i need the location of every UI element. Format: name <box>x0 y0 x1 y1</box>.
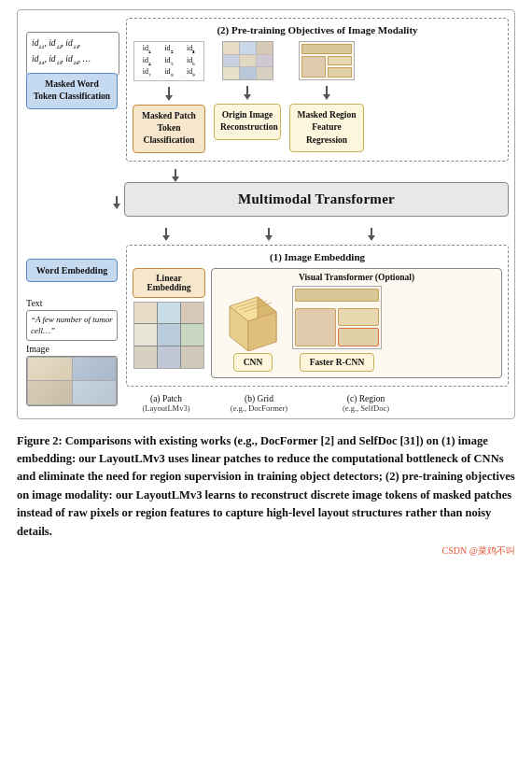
pretrain-row: id₁ id₂ id₃ id₄ id₅ id₆ id₇ id₈ id₉ <box>133 41 502 153</box>
text-label: Text <box>26 298 118 308</box>
transformer-bar: Multimodal Transformer <box>124 182 509 217</box>
masked-region-box: Masked RegionFeature Regression <box>289 104 364 152</box>
diagram: (2) Pre-training Objectives of Image Mod… <box>17 9 515 419</box>
page: (2) Pre-training Objectives of Image Mod… <box>0 0 532 572</box>
faster-rcnn-sub: Faster R-CNN <box>292 286 382 372</box>
caption-a-label: (a) Patch <box>150 394 182 403</box>
arrows-pretrain-to-transformer <box>124 169 509 182</box>
masked-patch-box: Masked PatchToken Classification <box>133 105 205 153</box>
masked-word-box: Masked WordToken Classification <box>26 73 118 109</box>
caption-text: Figure 2: Comparisons with existing work… <box>17 434 515 538</box>
source-image <box>26 356 118 406</box>
caption-b-label: (b) Grid <box>245 394 273 403</box>
vt-title: Visual Transformer (Optional) <box>217 273 496 282</box>
image-embed-title: (1) Image Embedding <box>133 251 502 262</box>
embed-row: Linear Embedding Visual Transformer (Opt… <box>133 268 502 378</box>
masked-region-item: Masked RegionFeature Regression <box>289 41 364 152</box>
masked-patch-item: id₁ id₂ id₃ id₄ id₅ id₆ id₇ id₈ id₉ <box>133 41 205 153</box>
arrows-transformer-to-embed <box>124 228 509 241</box>
linear-embed-box: Linear Embedding <box>133 268 205 298</box>
masked-word-label: Masked WordToken Classification <box>34 79 110 101</box>
cube-svg <box>220 288 286 351</box>
origin-image-item: Origin ImageReconstruction <box>214 41 281 140</box>
image-embedding-box: (1) Image Embedding Word Embedding Text … <box>126 245 509 387</box>
pretrain-title: (2) Pre-training Objectives of Image Mod… <box>133 24 502 35</box>
linear-embed-item: Linear Embedding <box>133 268 205 369</box>
word-embed-box: Word Embedding <box>26 259 118 282</box>
patch-grid <box>133 302 204 369</box>
id-tokens-text: id₁₁, id₁₂, id₁₃, id₁₄, id₁₅, id₁₆, … <box>32 36 114 68</box>
caption-b: (b) Grid (e.g., DocFormer) <box>210 394 308 413</box>
faster-rcnn-label: Faster R-CNN <box>300 353 375 372</box>
cnn-sub: CNN <box>217 286 288 372</box>
text-content: “A few number of tumor cell…” <box>26 310 118 341</box>
text-image-source: Text “A few number of tumor cell…” Image <box>26 298 118 406</box>
visual-transformer-box: Visual Transformer (Optional) <box>211 268 502 378</box>
watermark: CSDN @菜鸡不叫 <box>17 544 515 558</box>
transformer-row: Multimodal Transformer <box>23 182 509 224</box>
origin-image-box: Origin ImageReconstruction <box>214 104 281 140</box>
caption-row: (a) Patch (LayoutLMv3) (b) Grid (e.g., D… <box>124 394 509 413</box>
image-label: Image <box>26 344 118 354</box>
cnn-cube <box>217 286 288 353</box>
cnn-label: CNN <box>233 353 273 372</box>
caption-c-sub: (e.g., SelfDoc) <box>343 403 389 413</box>
faster-rcnn-doc <box>292 286 382 349</box>
caption-c-label: (c) Region <box>347 394 385 403</box>
figure-caption: Figure 2: Comparisons with existing work… <box>17 432 515 541</box>
caption-a: (a) Patch (LayoutLMv3) <box>124 394 208 413</box>
caption-a-sub: (LayoutLMv3) <box>143 403 190 413</box>
caption-c: (c) Region (e.g., SelfDoc) <box>310 394 422 413</box>
vt-inner: CNN <box>217 286 496 372</box>
pretrain-objectives-box: (2) Pre-training Objectives of Image Mod… <box>126 18 509 162</box>
id-tokens-outer: id₁₁, id₁₂, id₁₃, id₁₄, id₁₅, id₁₆, … <box>26 32 119 76</box>
caption-b-sub: (e.g., DocFormer) <box>231 403 287 413</box>
